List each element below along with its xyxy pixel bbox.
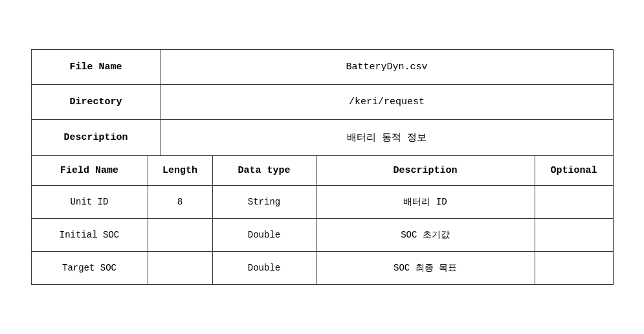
- header-optional: Optional: [535, 156, 613, 185]
- cell-length: 8: [148, 186, 213, 218]
- cell-description: SOC 최종 목표: [316, 252, 535, 284]
- directory-value: /keri/request: [161, 85, 613, 119]
- file-name-value: BatteryDyn.csv: [161, 50, 613, 84]
- description-label: Description: [32, 120, 161, 155]
- header-description: Description: [316, 156, 535, 185]
- cell-data-type: String: [213, 186, 316, 218]
- cell-optional: [535, 219, 613, 251]
- cell-data-type: Double: [213, 252, 316, 284]
- header-length: Length: [148, 156, 213, 185]
- header-data-type: Data type: [213, 156, 316, 185]
- file-name-label: File Name: [32, 50, 161, 84]
- cell-data-type: Double: [213, 219, 316, 251]
- table-row: Initial SOCDoubleSOC 초기값: [32, 219, 613, 252]
- directory-label: Directory: [32, 85, 161, 119]
- data-rows-container: Unit ID8String배터리 IDInitial SOCDoubleSOC…: [32, 186, 613, 284]
- file-name-row: File Name BatteryDyn.csv: [32, 50, 613, 85]
- cell-description: SOC 초기값: [316, 219, 535, 251]
- cell-field-name: Initial SOC: [32, 219, 148, 251]
- table-row: Unit ID8String배터리 ID: [32, 186, 613, 219]
- cell-optional: [535, 186, 613, 218]
- directory-row: Directory /keri/request: [32, 85, 613, 120]
- cell-description: 배터리 ID: [316, 186, 535, 218]
- cell-length: [148, 252, 213, 284]
- description-value: 배터리 동적 정보: [161, 120, 613, 155]
- field-header-row: Field Name Length Data type Description …: [32, 156, 613, 186]
- cell-length: [148, 219, 213, 251]
- description-row: Description 배터리 동적 정보: [32, 120, 613, 156]
- cell-optional: [535, 252, 613, 284]
- cell-field-name: Target SOC: [32, 252, 148, 284]
- cell-field-name: Unit ID: [32, 186, 148, 218]
- header-field-name: Field Name: [32, 156, 148, 185]
- table-row: Target SOCDoubleSOC 최종 목표: [32, 252, 613, 284]
- main-table: File Name BatteryDyn.csv Directory /keri…: [31, 49, 614, 285]
